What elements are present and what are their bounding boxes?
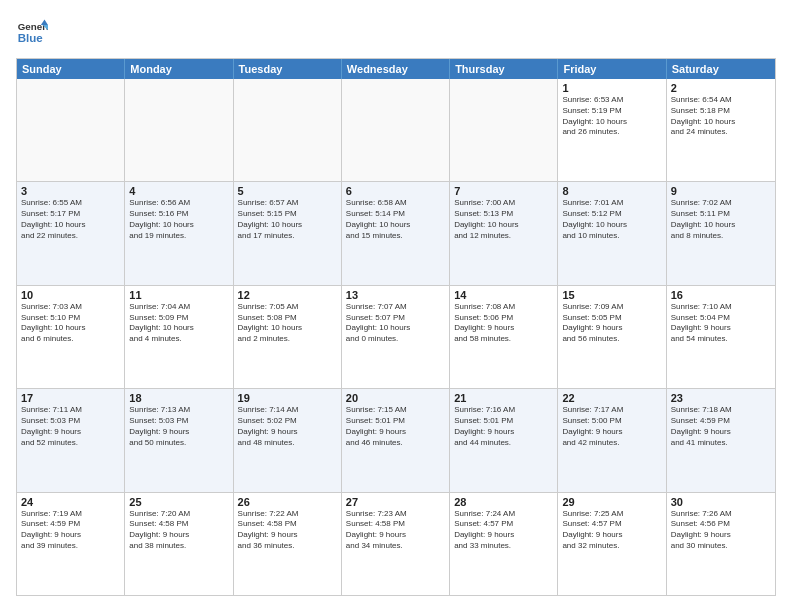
- day-info: Sunrise: 7:13 AM Sunset: 5:03 PM Dayligh…: [129, 405, 228, 448]
- day-cell-24: 24Sunrise: 7:19 AM Sunset: 4:59 PM Dayli…: [17, 493, 125, 595]
- calendar-header: SundayMondayTuesdayWednesdayThursdayFrid…: [17, 59, 775, 79]
- day-info: Sunrise: 7:02 AM Sunset: 5:11 PM Dayligh…: [671, 198, 771, 241]
- day-cell-23: 23Sunrise: 7:18 AM Sunset: 4:59 PM Dayli…: [667, 389, 775, 491]
- day-number: 20: [346, 392, 445, 404]
- day-info: Sunrise: 6:54 AM Sunset: 5:18 PM Dayligh…: [671, 95, 771, 138]
- day-number: 29: [562, 496, 661, 508]
- day-info: Sunrise: 6:53 AM Sunset: 5:19 PM Dayligh…: [562, 95, 661, 138]
- day-number: 8: [562, 185, 661, 197]
- day-cell-22: 22Sunrise: 7:17 AM Sunset: 5:00 PM Dayli…: [558, 389, 666, 491]
- day-info: Sunrise: 7:09 AM Sunset: 5:05 PM Dayligh…: [562, 302, 661, 345]
- day-number: 25: [129, 496, 228, 508]
- calendar: SundayMondayTuesdayWednesdayThursdayFrid…: [16, 58, 776, 596]
- day-info: Sunrise: 7:11 AM Sunset: 5:03 PM Dayligh…: [21, 405, 120, 448]
- day-number: 19: [238, 392, 337, 404]
- day-number: 24: [21, 496, 120, 508]
- day-number: 28: [454, 496, 553, 508]
- day-number: 3: [21, 185, 120, 197]
- header-cell-wednesday: Wednesday: [342, 59, 450, 79]
- day-cell-25: 25Sunrise: 7:20 AM Sunset: 4:58 PM Dayli…: [125, 493, 233, 595]
- day-cell-7: 7Sunrise: 7:00 AM Sunset: 5:13 PM Daylig…: [450, 182, 558, 284]
- day-cell-13: 13Sunrise: 7:07 AM Sunset: 5:07 PM Dayli…: [342, 286, 450, 388]
- day-number: 4: [129, 185, 228, 197]
- empty-cell: [125, 79, 233, 181]
- day-info: Sunrise: 7:18 AM Sunset: 4:59 PM Dayligh…: [671, 405, 771, 448]
- header-cell-thursday: Thursday: [450, 59, 558, 79]
- day-number: 27: [346, 496, 445, 508]
- day-info: Sunrise: 7:23 AM Sunset: 4:58 PM Dayligh…: [346, 509, 445, 552]
- empty-cell: [234, 79, 342, 181]
- day-number: 1: [562, 82, 661, 94]
- day-number: 14: [454, 289, 553, 301]
- day-number: 9: [671, 185, 771, 197]
- day-cell-18: 18Sunrise: 7:13 AM Sunset: 5:03 PM Dayli…: [125, 389, 233, 491]
- day-info: Sunrise: 7:26 AM Sunset: 4:56 PM Dayligh…: [671, 509, 771, 552]
- day-cell-2: 2Sunrise: 6:54 AM Sunset: 5:18 PM Daylig…: [667, 79, 775, 181]
- day-cell-8: 8Sunrise: 7:01 AM Sunset: 5:12 PM Daylig…: [558, 182, 666, 284]
- day-number: 26: [238, 496, 337, 508]
- day-number: 18: [129, 392, 228, 404]
- day-info: Sunrise: 7:19 AM Sunset: 4:59 PM Dayligh…: [21, 509, 120, 552]
- day-cell-15: 15Sunrise: 7:09 AM Sunset: 5:05 PM Dayli…: [558, 286, 666, 388]
- day-number: 7: [454, 185, 553, 197]
- day-number: 10: [21, 289, 120, 301]
- day-info: Sunrise: 6:56 AM Sunset: 5:16 PM Dayligh…: [129, 198, 228, 241]
- day-cell-6: 6Sunrise: 6:58 AM Sunset: 5:14 PM Daylig…: [342, 182, 450, 284]
- calendar-row-2: 10Sunrise: 7:03 AM Sunset: 5:10 PM Dayli…: [17, 285, 775, 388]
- day-info: Sunrise: 7:05 AM Sunset: 5:08 PM Dayligh…: [238, 302, 337, 345]
- day-cell-14: 14Sunrise: 7:08 AM Sunset: 5:06 PM Dayli…: [450, 286, 558, 388]
- day-number: 30: [671, 496, 771, 508]
- day-info: Sunrise: 7:17 AM Sunset: 5:00 PM Dayligh…: [562, 405, 661, 448]
- day-info: Sunrise: 7:00 AM Sunset: 5:13 PM Dayligh…: [454, 198, 553, 241]
- day-number: 22: [562, 392, 661, 404]
- empty-cell: [450, 79, 558, 181]
- day-info: Sunrise: 7:16 AM Sunset: 5:01 PM Dayligh…: [454, 405, 553, 448]
- day-number: 2: [671, 82, 771, 94]
- day-cell-17: 17Sunrise: 7:11 AM Sunset: 5:03 PM Dayli…: [17, 389, 125, 491]
- day-cell-29: 29Sunrise: 7:25 AM Sunset: 4:57 PM Dayli…: [558, 493, 666, 595]
- day-number: 15: [562, 289, 661, 301]
- header-cell-friday: Friday: [558, 59, 666, 79]
- header-cell-tuesday: Tuesday: [234, 59, 342, 79]
- calendar-row-0: 1Sunrise: 6:53 AM Sunset: 5:19 PM Daylig…: [17, 79, 775, 181]
- day-cell-1: 1Sunrise: 6:53 AM Sunset: 5:19 PM Daylig…: [558, 79, 666, 181]
- calendar-row-1: 3Sunrise: 6:55 AM Sunset: 5:17 PM Daylig…: [17, 181, 775, 284]
- day-info: Sunrise: 7:03 AM Sunset: 5:10 PM Dayligh…: [21, 302, 120, 345]
- day-info: Sunrise: 7:24 AM Sunset: 4:57 PM Dayligh…: [454, 509, 553, 552]
- empty-cell: [17, 79, 125, 181]
- day-info: Sunrise: 7:15 AM Sunset: 5:01 PM Dayligh…: [346, 405, 445, 448]
- day-info: Sunrise: 6:57 AM Sunset: 5:15 PM Dayligh…: [238, 198, 337, 241]
- day-number: 12: [238, 289, 337, 301]
- day-number: 13: [346, 289, 445, 301]
- page: General Blue SundayMondayTuesdayWednesda…: [0, 0, 792, 612]
- day-info: Sunrise: 7:14 AM Sunset: 5:02 PM Dayligh…: [238, 405, 337, 448]
- day-cell-10: 10Sunrise: 7:03 AM Sunset: 5:10 PM Dayli…: [17, 286, 125, 388]
- header: General Blue: [16, 16, 776, 48]
- day-cell-3: 3Sunrise: 6:55 AM Sunset: 5:17 PM Daylig…: [17, 182, 125, 284]
- day-cell-16: 16Sunrise: 7:10 AM Sunset: 5:04 PM Dayli…: [667, 286, 775, 388]
- calendar-row-3: 17Sunrise: 7:11 AM Sunset: 5:03 PM Dayli…: [17, 388, 775, 491]
- header-cell-sunday: Sunday: [17, 59, 125, 79]
- day-number: 11: [129, 289, 228, 301]
- header-cell-saturday: Saturday: [667, 59, 775, 79]
- day-info: Sunrise: 7:25 AM Sunset: 4:57 PM Dayligh…: [562, 509, 661, 552]
- day-number: 6: [346, 185, 445, 197]
- day-cell-26: 26Sunrise: 7:22 AM Sunset: 4:58 PM Dayli…: [234, 493, 342, 595]
- day-number: 23: [671, 392, 771, 404]
- empty-cell: [342, 79, 450, 181]
- day-cell-12: 12Sunrise: 7:05 AM Sunset: 5:08 PM Dayli…: [234, 286, 342, 388]
- day-number: 16: [671, 289, 771, 301]
- day-number: 21: [454, 392, 553, 404]
- day-cell-4: 4Sunrise: 6:56 AM Sunset: 5:16 PM Daylig…: [125, 182, 233, 284]
- day-cell-21: 21Sunrise: 7:16 AM Sunset: 5:01 PM Dayli…: [450, 389, 558, 491]
- day-cell-5: 5Sunrise: 6:57 AM Sunset: 5:15 PM Daylig…: [234, 182, 342, 284]
- day-info: Sunrise: 6:55 AM Sunset: 5:17 PM Dayligh…: [21, 198, 120, 241]
- day-info: Sunrise: 7:22 AM Sunset: 4:58 PM Dayligh…: [238, 509, 337, 552]
- day-info: Sunrise: 7:04 AM Sunset: 5:09 PM Dayligh…: [129, 302, 228, 345]
- day-info: Sunrise: 7:07 AM Sunset: 5:07 PM Dayligh…: [346, 302, 445, 345]
- day-info: Sunrise: 7:08 AM Sunset: 5:06 PM Dayligh…: [454, 302, 553, 345]
- day-number: 5: [238, 185, 337, 197]
- day-cell-11: 11Sunrise: 7:04 AM Sunset: 5:09 PM Dayli…: [125, 286, 233, 388]
- day-info: Sunrise: 7:10 AM Sunset: 5:04 PM Dayligh…: [671, 302, 771, 345]
- day-info: Sunrise: 7:01 AM Sunset: 5:12 PM Dayligh…: [562, 198, 661, 241]
